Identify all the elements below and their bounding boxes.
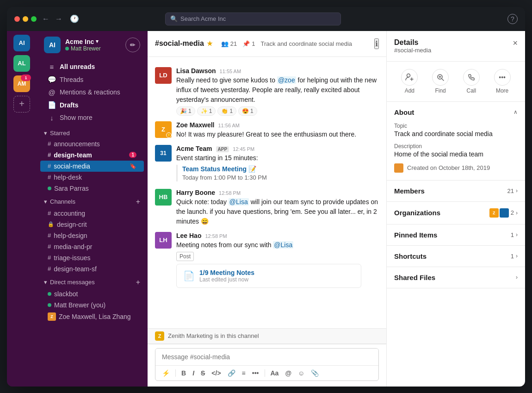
attach-button[interactable]: 📎 xyxy=(308,368,322,379)
search-bar[interactable]: 🔍 Search Acme Inc xyxy=(165,12,341,25)
message-body: Zoe Maxwell 11:56 AM No! It was my pleas… xyxy=(176,121,379,139)
reaction-item[interactable]: 👏1 xyxy=(217,106,236,116)
sidebar-item-all-unreads[interactable]: ≡ All unreads xyxy=(40,61,144,73)
mention[interactable]: @Lisa xyxy=(273,241,293,249)
font-button[interactable]: Aa xyxy=(268,368,282,379)
mention[interactable]: @zoe xyxy=(277,76,296,84)
message-time: 11:55 AM xyxy=(220,69,241,74)
dm-name: Zoe Maxwell, Lisa Zhang xyxy=(59,313,131,320)
italic-button[interactable]: I xyxy=(190,368,197,379)
sidebar-item-show-more[interactable]: ↓ Show more xyxy=(40,112,144,124)
dm-section-header[interactable]: ▾ Direct messages + xyxy=(37,274,148,288)
emoji-button[interactable]: ☺ xyxy=(295,368,307,379)
chat-area: #social-media ★ 👥 Lisa Dawson #social-me… xyxy=(148,31,386,387)
shortcuts-count: 1 xyxy=(511,253,514,260)
about-section-header[interactable]: About ∧ xyxy=(387,102,525,123)
sidebar-outer: AI AL AM + xyxy=(7,31,37,387)
reaction-item[interactable]: ✨1 xyxy=(197,106,216,116)
add-dm-button[interactable]: + xyxy=(136,278,140,287)
find-button[interactable]: Find xyxy=(432,69,449,94)
all-unreads-label: All unreads xyxy=(60,63,95,70)
strikethrough-button[interactable]: S xyxy=(198,368,208,379)
message-input[interactable] xyxy=(155,349,378,365)
channel-item-design-crit[interactable]: 🔒 design-crit xyxy=(40,219,144,230)
sender-name: Harry Boone xyxy=(176,189,215,196)
reaction-item[interactable]: 😍1 xyxy=(238,106,257,116)
quoted-sub: Today from 1:00 PM to 1:30 PM xyxy=(182,174,267,181)
channel-item-sara-parras[interactable]: Sara Parras xyxy=(40,183,144,194)
channel-item-announcements[interactable]: # announcements xyxy=(40,138,144,150)
quoted-link[interactable]: Team Status Meeting 📝 xyxy=(182,165,256,173)
pinned-section-header[interactable]: Pinned Items 1 › xyxy=(387,225,525,245)
more-formatting-button[interactable]: ••• xyxy=(249,368,262,379)
channel-item-social-media[interactable]: # social-media 🔖 xyxy=(40,161,144,172)
link-button[interactable]: 🔗 xyxy=(225,368,238,379)
add-member-button[interactable]: Add xyxy=(401,69,418,94)
forward-button[interactable]: → xyxy=(55,15,62,23)
close-details-button[interactable]: × xyxy=(513,38,518,48)
sidebar-item-threads[interactable]: 💬 Threads xyxy=(40,73,144,86)
channel-item-media-and-pr[interactable]: # media-and-pr xyxy=(40,241,144,252)
table-row: LH Lee Hao 12:58 PM Meeting notes from o… xyxy=(148,229,386,291)
pinned-count: 1 xyxy=(252,40,255,47)
help-button[interactable]: ? xyxy=(507,14,518,24)
mention-button[interactable]: @ xyxy=(282,368,294,379)
starred-section-left: ▾ Starred xyxy=(44,130,70,137)
compose-button[interactable]: ✏ xyxy=(125,37,140,52)
list-button[interactable]: ≡ xyxy=(239,368,248,379)
mention[interactable]: @Lisa xyxy=(229,198,249,206)
close-window-button[interactable] xyxy=(14,16,20,22)
pinned-meta[interactable]: 📌 1 xyxy=(242,40,255,47)
channels-section-header[interactable]: ▾ Channels + xyxy=(37,194,148,208)
workspace-avatar-icon[interactable]: AI xyxy=(13,35,30,51)
search-placeholder: Search Acme Inc xyxy=(180,15,226,22)
organizations-section-header[interactable]: Organizations Z 2 › xyxy=(387,202,525,224)
shortcuts-section-header[interactable]: Shortcuts 1 › xyxy=(387,246,525,267)
channel-item-help-desk[interactable]: # help-desk xyxy=(40,172,144,183)
post-dropdown-button[interactable]: Post xyxy=(176,252,194,261)
bold-button[interactable]: B xyxy=(179,368,189,379)
dm-item-slackbot[interactable]: slackbot xyxy=(40,288,144,299)
pinned-count: 1 xyxy=(511,231,514,238)
call-button[interactable]: Call xyxy=(463,69,480,94)
pinned-title: Pinned Items xyxy=(394,231,437,239)
message-text: Meeting notes from our sync with @Lisa xyxy=(176,240,379,250)
add-workspace-button[interactable]: + xyxy=(13,96,30,112)
post-file-icon: 📄 xyxy=(183,270,195,281)
history-button[interactable]: 🕐 xyxy=(70,14,79,23)
post-title[interactable]: 1/9 Meeting Notes xyxy=(199,269,254,276)
user-avatar-al[interactable]: AL xyxy=(13,55,30,72)
sidebar-item-drafts[interactable]: 📄 Drafts xyxy=(40,99,144,112)
reactions: 🎉1 ✨1 👏1 😍1 xyxy=(176,106,379,116)
reaction-item[interactable]: 🎉1 xyxy=(176,106,195,116)
more-actions-button[interactable]: ••• More xyxy=(494,69,511,94)
code-button[interactable]: </> xyxy=(209,368,223,379)
maximize-window-button[interactable] xyxy=(31,16,37,22)
members-section-header[interactable]: Members 21 › xyxy=(387,181,525,201)
channel-item-design-team-sf[interactable]: # design-team-sf xyxy=(40,263,144,274)
mentions-icon: @ xyxy=(48,88,56,96)
channel-item-accounting[interactable]: # accounting xyxy=(40,208,144,219)
sidebar-item-mentions[interactable]: @ Mentions & reactions xyxy=(40,86,144,99)
svg-line-4 xyxy=(442,79,444,81)
members-meta[interactable]: 👥 Lisa Dawson #social-media 21 xyxy=(221,40,237,47)
lightning-button[interactable]: ⚡ xyxy=(159,368,173,379)
shared-files-section-header[interactable]: Shared Files › xyxy=(387,267,525,288)
channel-item-design-team[interactable]: # design-team 1 xyxy=(40,150,144,161)
back-button[interactable]: ← xyxy=(42,15,49,23)
channel-star-icon[interactable]: ★ xyxy=(207,40,213,47)
dm-item-zoe-lisa[interactable]: Z Zoe Maxwell, Lisa Zhang xyxy=(40,311,144,323)
starred-section-header[interactable]: ▾ Starred xyxy=(37,126,148,138)
post-attachment: 📄 1/9 Meeting Notes Last edited just now xyxy=(176,264,361,288)
add-channel-button[interactable]: + xyxy=(136,198,140,206)
members-section: Members 21 › xyxy=(387,181,525,202)
org-avatar-1: Z xyxy=(489,208,499,218)
channel-item-triage-issues[interactable]: # triage-issues xyxy=(40,252,144,263)
user-avatar-am[interactable]: AM xyxy=(13,75,30,92)
info-button[interactable]: ℹ xyxy=(374,38,379,49)
channel-item-help-design[interactable]: # help-design xyxy=(40,230,144,241)
minimize-window-button[interactable] xyxy=(23,16,28,22)
dm-item-matt[interactable]: Matt Brewer (you) xyxy=(40,299,144,311)
organizations-count: 2 xyxy=(511,209,514,216)
workspace-name[interactable]: Acme Inc ▾ xyxy=(65,38,101,45)
